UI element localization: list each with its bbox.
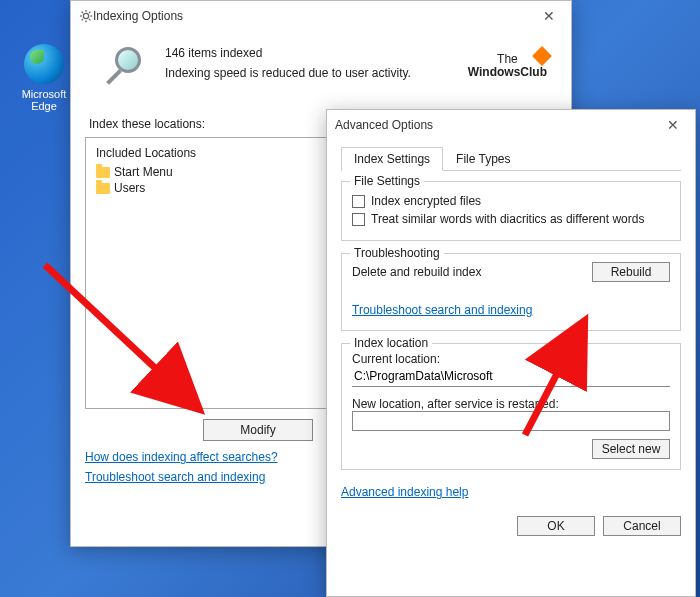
- select-new-button[interactable]: Select new: [592, 439, 670, 459]
- titlebar-advanced: Advanced Options ✕: [327, 110, 695, 140]
- link-troubleshoot-search[interactable]: Troubleshoot search and indexing: [85, 470, 265, 484]
- cancel-button[interactable]: Cancel: [603, 516, 681, 536]
- fieldset-file-settings: File Settings Index encrypted files Trea…: [341, 181, 681, 241]
- tab-index-settings[interactable]: Index Settings: [341, 147, 443, 171]
- title-text: Advanced Options: [335, 118, 433, 132]
- watermark: wsxdn.com: [635, 579, 690, 591]
- tabs: Index Settings File Types: [341, 146, 681, 171]
- modify-button[interactable]: Modify: [203, 419, 313, 441]
- label-current-location: Current location:: [352, 352, 670, 366]
- ok-button[interactable]: OK: [517, 516, 595, 536]
- window-advanced-options: Advanced Options ✕ Index Settings File T…: [326, 109, 696, 597]
- checkbox-encrypted[interactable]: [352, 195, 365, 208]
- status-speed: Indexing speed is reduced due to user ac…: [165, 66, 411, 80]
- link-troubleshoot[interactable]: Troubleshoot search and indexing: [352, 303, 532, 317]
- link-advanced-help[interactable]: Advanced indexing help: [341, 485, 468, 499]
- tab-file-types[interactable]: File Types: [443, 147, 523, 171]
- svg-point-0: [83, 13, 88, 18]
- edge-label: Microsoft Edge: [16, 88, 72, 112]
- close-button[interactable]: ✕: [659, 115, 687, 135]
- input-new-location[interactable]: [352, 411, 670, 431]
- label-new-location: New location, after service is restarted…: [352, 397, 670, 411]
- titlebar-indexing: Indexing Options ✕: [71, 1, 571, 31]
- close-button[interactable]: ✕: [535, 6, 563, 26]
- label-diacritics: Treat similar words with diacritics as d…: [371, 212, 644, 226]
- title-text: Indexing Options: [93, 9, 183, 23]
- status-count: 146 items indexed: [165, 46, 411, 60]
- label-delete-rebuild: Delete and rebuild index: [352, 265, 481, 279]
- checkbox-diacritics[interactable]: [352, 213, 365, 226]
- edge-icon: [24, 44, 64, 84]
- legend-troubleshooting: Troubleshooting: [350, 246, 444, 260]
- folder-icon: [96, 167, 110, 178]
- magnifier-icon: [105, 43, 151, 89]
- label-encrypted: Index encrypted files: [371, 194, 481, 208]
- svg-line-8: [89, 12, 90, 13]
- folder-icon: [96, 183, 110, 194]
- input-current-location[interactable]: [352, 366, 670, 387]
- rebuild-button[interactable]: Rebuild: [592, 262, 670, 282]
- legend-file-settings: File Settings: [350, 174, 424, 188]
- svg-line-7: [82, 19, 83, 20]
- fieldset-index-location: Index location Current location: New loc…: [341, 343, 681, 470]
- link-how-indexing-affects[interactable]: How does indexing affect searches?: [85, 450, 278, 464]
- svg-line-6: [89, 19, 90, 20]
- legend-index-location: Index location: [350, 336, 432, 350]
- desktop-icon-edge[interactable]: Microsoft Edge: [16, 44, 72, 112]
- svg-line-5: [82, 12, 83, 13]
- fieldset-troubleshooting: Troubleshooting Delete and rebuild index…: [341, 253, 681, 331]
- gear-icon: [79, 9, 93, 23]
- brand-logo: TheWindowsClub: [468, 53, 547, 79]
